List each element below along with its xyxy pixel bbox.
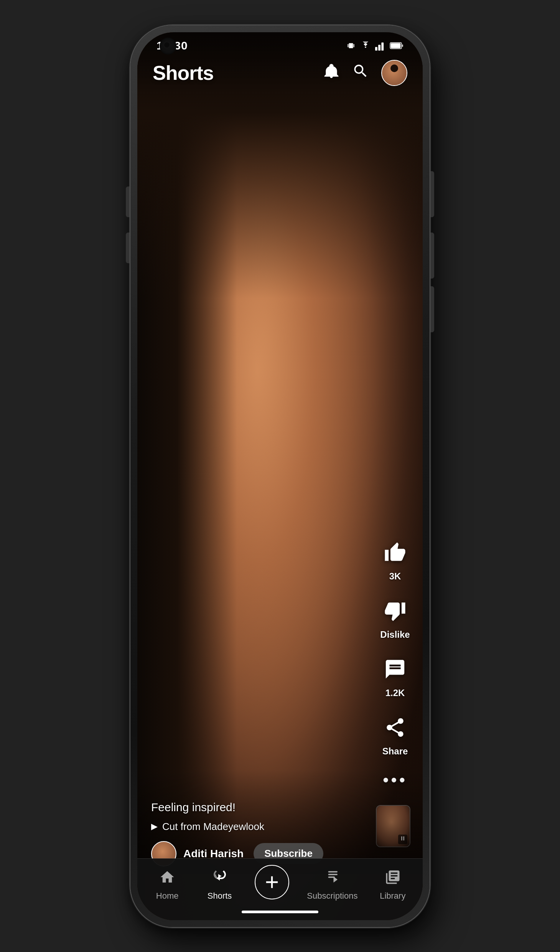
nav-label-shorts: Shorts (208, 891, 232, 901)
nav-item-create[interactable] (255, 865, 289, 901)
dislike-label: Dislike (380, 629, 410, 640)
music-row: ▶ Cut from Madeyewlook (151, 821, 409, 833)
signal-icon (375, 41, 386, 51)
nav-item-subscriptions[interactable]: Subscriptions (307, 869, 357, 901)
dislike-button[interactable]: Dislike (380, 596, 410, 640)
svg-rect-11 (328, 871, 338, 873)
like-icon (380, 537, 410, 568)
wifi-icon (360, 41, 371, 50)
nav-item-home[interactable]: Home (150, 869, 184, 901)
nav-item-shorts[interactable]: Shorts (203, 867, 237, 901)
svg-rect-2 (354, 44, 354, 47)
dislike-icon (380, 596, 410, 626)
svg-rect-8 (402, 45, 403, 47)
phone-screen: 12:30 (137, 32, 423, 920)
nav-item-library[interactable]: Library (376, 869, 410, 901)
notification-button[interactable] (323, 63, 340, 83)
share-icon (380, 712, 410, 743)
svg-rect-5 (381, 42, 384, 50)
vibrate-icon (346, 41, 356, 51)
music-play-icon: ▶ (151, 822, 158, 832)
comment-button[interactable]: 1.2K (380, 654, 410, 698)
status-bar: 12:30 (137, 32, 423, 55)
share-button[interactable]: Share (380, 712, 410, 757)
user-avatar-button[interactable] (381, 60, 407, 86)
like-count: 3K (389, 571, 401, 582)
library-icon (385, 869, 401, 888)
camera-notch (160, 38, 176, 54)
home-icon (159, 869, 175, 888)
top-bar-icons (323, 60, 407, 86)
subscriptions-icon (324, 869, 340, 888)
status-icons (346, 41, 404, 51)
home-indicator (242, 911, 318, 913)
nav-label-subscriptions: Subscriptions (307, 891, 357, 901)
svg-rect-4 (378, 45, 380, 50)
share-label: Share (382, 746, 408, 757)
page-title: Shorts (153, 61, 214, 84)
scene: 12:30 (0, 0, 560, 952)
svg-rect-7 (391, 43, 401, 48)
nav-label-library: Library (380, 891, 405, 901)
nav-label-home: Home (156, 891, 179, 901)
battery-icon (390, 41, 404, 50)
svg-marker-14 (334, 876, 338, 883)
svg-rect-3 (375, 47, 377, 50)
action-buttons: 3K Dislike (380, 537, 410, 790)
svg-rect-0 (349, 43, 353, 48)
music-title: Cut from Madeyewlook (162, 821, 264, 833)
svg-rect-1 (348, 44, 348, 47)
phone-device: 12:30 (130, 25, 430, 927)
create-icon[interactable] (255, 865, 289, 899)
comment-icon (380, 654, 410, 685)
comment-count: 1.2K (385, 688, 405, 698)
user-avatar-image (382, 61, 407, 85)
like-button[interactable]: 3K (380, 537, 410, 582)
svg-rect-12 (328, 874, 338, 875)
search-button[interactable] (352, 63, 369, 83)
shorts-icon (211, 867, 229, 888)
channel-name: Aditi Harish (183, 848, 244, 860)
video-caption: Feeling inspired! (151, 801, 409, 814)
